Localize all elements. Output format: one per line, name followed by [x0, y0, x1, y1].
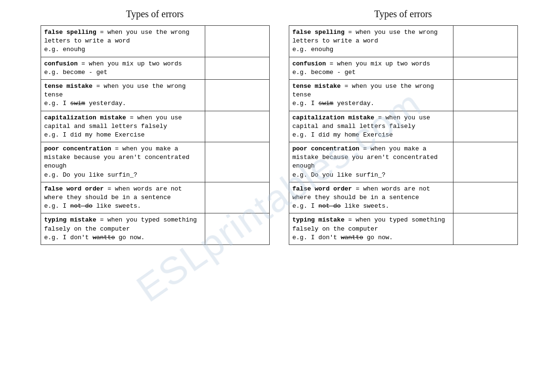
table-row: confusion = when you mix up two wordse.g… — [41, 57, 269, 79]
cell-left-1-0: false spelling = when you use the wrong … — [289, 26, 453, 57]
error-table-0: false spelling = when you use the wrong … — [41, 25, 270, 245]
cell-left-0-3: capitalization mistake = when you use ca… — [41, 111, 205, 142]
cell-left-0-0: false spelling = when you use the wrong … — [41, 26, 205, 57]
error-term: confusion — [293, 60, 326, 67]
table-row: confusion = when you mix up two wordse.g… — [289, 57, 517, 79]
error-term: tense mistake — [293, 83, 341, 90]
error-term: tense mistake — [44, 83, 93, 90]
table-row: tense mistake = when you use the wrong t… — [41, 79, 269, 111]
table-row: tense mistake = when you use the wrong t… — [289, 79, 517, 111]
cell-right-0-6 — [205, 213, 269, 245]
cell-right-1-0 — [453, 26, 517, 57]
cell-left-1-4: poor concentration = when you make a mis… — [289, 142, 453, 182]
error-term: capitalization mistake — [293, 114, 375, 121]
page-wrapper: Types of errorsfalse spelling = when you… — [14, 9, 544, 245]
table-row: capitalization mistake = when you use ca… — [41, 111, 269, 142]
section-0: Types of errorsfalse spelling = when you… — [41, 9, 270, 245]
table-row: poor concentration = when you make a mis… — [41, 142, 269, 182]
cell-right-1-3 — [453, 111, 517, 142]
cell-left-1-1: confusion = when you mix up two wordse.g… — [289, 57, 453, 79]
cell-right-0-0 — [205, 26, 269, 57]
cell-left-0-5: false word order = when words are not wh… — [41, 182, 205, 213]
section-title-1: Types of errors — [374, 9, 432, 20]
cell-right-0-3 — [205, 111, 269, 142]
error-term: capitalization mistake — [44, 114, 126, 121]
error-term: poor concentration — [293, 145, 359, 152]
error-term: typing mistake — [44, 216, 96, 223]
error-term: false spelling — [293, 29, 345, 36]
cell-left-1-5: false word order = when words are not wh… — [289, 182, 453, 213]
cell-left-1-2: tense mistake = when you use the wrong t… — [289, 79, 453, 111]
cell-left-0-4: poor concentration = when you make a mis… — [41, 142, 205, 182]
table-row: poor concentration = when you make a mis… — [289, 142, 517, 182]
cell-right-0-2 — [205, 79, 269, 111]
cell-right-0-5 — [205, 182, 269, 213]
section-1: Types of errorsfalse spelling = when you… — [289, 9, 518, 245]
cell-right-1-1 — [453, 57, 517, 79]
cell-right-0-1 — [205, 57, 269, 79]
section-title-0: Types of errors — [126, 9, 184, 20]
error-table-1: false spelling = when you use the wrong … — [289, 25, 518, 245]
cell-right-0-4 — [205, 142, 269, 182]
cell-right-1-5 — [453, 182, 517, 213]
cell-left-0-6: typing mistake = when you typed somethin… — [41, 213, 205, 245]
cell-right-1-4 — [453, 142, 517, 182]
table-row: false word order = when words are not wh… — [41, 182, 269, 213]
error-term: typing mistake — [293, 216, 345, 223]
table-row: typing mistake = when you typed somethin… — [41, 213, 269, 245]
error-term: poor concentration — [44, 145, 111, 152]
error-term: confusion — [44, 60, 78, 67]
cell-left-0-1: confusion = when you mix up two wordse.g… — [41, 57, 205, 79]
table-row: typing mistake = when you typed somethin… — [289, 213, 517, 245]
cell-right-1-2 — [453, 79, 517, 111]
cell-left-1-3: capitalization mistake = when you use ca… — [289, 111, 453, 142]
cell-left-1-6: typing mistake = when you typed somethin… — [289, 213, 453, 245]
table-row: false word order = when words are not wh… — [289, 182, 517, 213]
error-term: false spelling — [44, 29, 96, 36]
table-row: capitalization mistake = when you use ca… — [289, 111, 517, 142]
cell-right-1-6 — [453, 213, 517, 245]
cell-left-0-2: tense mistake = when you use the wrong t… — [41, 79, 205, 111]
table-row: false spelling = when you use the wrong … — [41, 26, 269, 57]
error-term: false word order — [293, 185, 352, 192]
error-term: false word order — [44, 185, 104, 192]
table-row: false spelling = when you use the wrong … — [289, 26, 517, 57]
